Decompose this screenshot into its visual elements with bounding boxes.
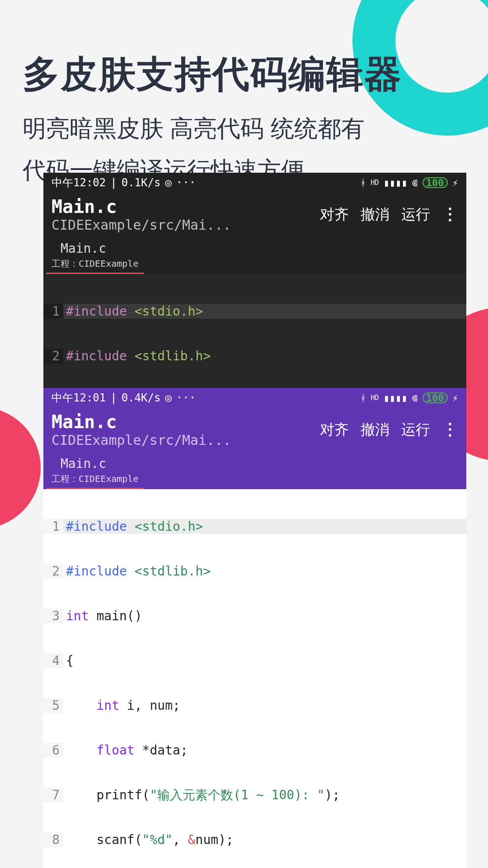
project-label: 工程：CIDEExample — [43, 472, 466, 489]
undo-button[interactable]: 撤消 — [361, 420, 389, 440]
wifi-icon: ⋐ — [412, 177, 418, 189]
page-subtitle-1: 明亮暗黑皮肤 高亮代码 统统都有 — [23, 113, 465, 145]
undo-button[interactable]: 撤消 — [361, 205, 389, 225]
signal-icon: ▮▮▮▮ — [384, 392, 408, 404]
more-icon: ··· — [176, 176, 196, 189]
hd-icon: HD — [371, 394, 379, 402]
run-button[interactable]: 运行 — [401, 205, 430, 225]
menu-icon[interactable]: ⋮ — [442, 427, 458, 433]
status-bar: 中午12:01 | 0.4K/s ◎ ··· ᚼ HD ▮▮▮▮ ⋐ 100 ⚡ — [43, 388, 466, 408]
project-label: 工程：CIDEExample — [43, 257, 466, 274]
hd-icon: HD — [371, 179, 379, 187]
nfc-icon: ◎ — [165, 392, 171, 404]
battery-icon: 100 — [422, 177, 448, 188]
page-title: 多皮肤支持代码编辑器 — [23, 50, 465, 99]
charging-icon: ⚡ — [452, 177, 458, 189]
wifi-icon: ⋐ — [412, 392, 418, 404]
align-button[interactable]: 对齐 — [320, 205, 349, 225]
status-bar: 中午12:02 | 0.1K/s ◎ ··· ᚼ HD ▮▮▮▮ ⋐ 100 ⚡ — [43, 173, 466, 193]
tab-bar: Main.c — [43, 453, 466, 472]
tab-bar: Main.c — [43, 237, 466, 257]
more-icon: ··· — [176, 392, 196, 404]
nfc-icon: ◎ — [165, 176, 171, 189]
tab-main-c[interactable]: Main.c — [52, 239, 115, 257]
status-netspeed: 0.4K/s — [122, 392, 161, 404]
bluetooth-icon: ᚼ — [360, 392, 366, 404]
signal-icon: ▮▮▮▮ — [384, 177, 408, 189]
menu-icon[interactable]: ⋮ — [442, 212, 458, 217]
file-title: Main.c — [52, 196, 320, 217]
battery-icon: 100 — [422, 392, 448, 403]
status-divider: | — [110, 392, 117, 404]
file-title: Main.c — [52, 411, 320, 432]
tab-main-c[interactable]: Main.c — [52, 454, 115, 472]
status-time: 中午12:02 — [52, 175, 106, 190]
code-editor-light[interactable]: 1#include <stdio.h> 2#include <stdlib.h>… — [43, 489, 466, 868]
status-netspeed: 0.1K/s — [122, 176, 161, 189]
decor-circle-bot — [0, 407, 41, 529]
app-toolbar: Main.c CIDEExample/src/Mai... 对齐 撤消 运行 ⋮ — [43, 408, 466, 453]
bluetooth-icon: ᚼ — [360, 177, 366, 189]
run-button[interactable]: 运行 — [401, 420, 430, 440]
status-time: 中午12:01 — [52, 391, 106, 405]
charging-icon: ⚡ — [452, 392, 458, 404]
file-path: CIDEExample/src/Mai... — [52, 217, 320, 233]
editor-light-theme: 中午12:01 | 0.4K/s ◎ ··· ᚼ HD ▮▮▮▮ ⋐ 100 ⚡… — [43, 388, 466, 868]
status-divider: | — [110, 176, 117, 189]
app-toolbar: Main.c CIDEExample/src/Mai... 对齐 撤消 运行 ⋮ — [43, 193, 466, 237]
file-path: CIDEExample/src/Mai... — [52, 432, 320, 448]
align-button[interactable]: 对齐 — [320, 420, 349, 440]
